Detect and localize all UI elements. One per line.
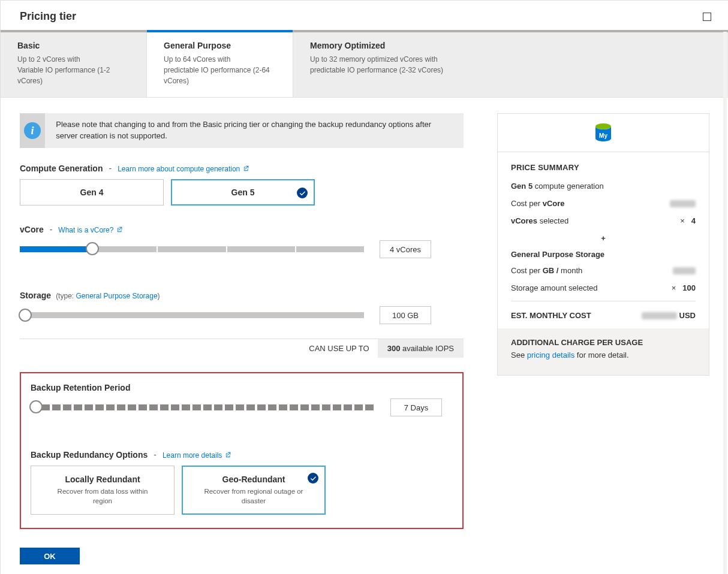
summary-gen: Gen 5 compute generation [511, 182, 604, 191]
backup-redundancy-learn-link[interactable]: Learn more details [163, 451, 231, 460]
scrollbar[interactable] [723, 32, 727, 574]
summary-plus: + [511, 234, 696, 243]
storage-value: 100 GB [380, 306, 431, 324]
pricing-details-link[interactable]: pricing details [527, 351, 575, 359]
tab-memory-optimized[interactable]: Memory Optimized Up to 32 memory optimiz… [293, 32, 728, 97]
iops-label: CAN USE UP TO [309, 344, 369, 353]
backup-retention-slider[interactable] [31, 403, 375, 412]
ok-button[interactable]: OK [20, 548, 80, 564]
geo-redundant-option[interactable]: Geo-Redundant Recover from regional outa… [182, 466, 326, 515]
redacted-price: xxxx [673, 267, 696, 274]
slider-thumb[interactable] [19, 309, 32, 322]
tab-desc: predictable IO performance (2-32 vCores) [310, 65, 711, 75]
summary-storage-title: General Purpose Storage [511, 250, 696, 259]
storage-type: (type: General Purpose Storage) [56, 292, 160, 300]
gen5-option[interactable]: Gen 5 [171, 179, 315, 206]
vcore-slider[interactable] [20, 244, 364, 254]
slider-thumb[interactable] [29, 400, 43, 413]
gen4-option[interactable]: Gen 4 [20, 179, 164, 206]
backup-highlight-box: Backup Retention Period 7 Days Backup Re… [20, 372, 464, 529]
price-summary-card: My PRICE SUMMARY Gen 5 compute generatio… [497, 113, 709, 376]
external-link-icon [243, 165, 249, 171]
check-icon [308, 473, 318, 484]
compute-gen-label: Compute Generation [20, 164, 103, 173]
storage-label: Storage [20, 291, 51, 300]
summary-vcores-selected: vCores selected [511, 216, 568, 225]
tab-desc: Up to 2 vCores with [17, 54, 130, 65]
maximize-icon[interactable] [703, 13, 711, 21]
check-icon [297, 188, 308, 198]
locally-redundant-option[interactable]: Locally Redundant Recover from data loss… [31, 466, 175, 515]
tab-desc: Up to 64 vCores with [164, 54, 276, 65]
compute-gen-learn-link[interactable]: Learn more about compute generation [118, 165, 249, 173]
external-link-icon [225, 452, 231, 458]
svg-text:My: My [599, 132, 607, 139]
summary-est-label: EST. MONTHLY COST [511, 311, 591, 320]
tab-desc: Up to 32 memory optimized vCores with [310, 54, 711, 65]
page-title: Pricing tier [20, 10, 76, 23]
redacted-price: xxxxxxx [642, 312, 677, 319]
vcore-value: 4 vCores [380, 240, 431, 258]
tab-title: General Purpose [164, 41, 276, 50]
slider-thumb[interactable] [86, 242, 99, 255]
vcore-learn-link[interactable]: What is a vCore? [58, 226, 122, 234]
summary-cost-gb-label: Cost per GB / month [511, 266, 582, 275]
tabs: Basic Up to 2 vCores with Variable IO pe… [1, 32, 728, 98]
vcore-label: vCore [20, 225, 44, 234]
tab-general-purpose[interactable]: General Purpose Up to 64 vCores with pre… [147, 32, 293, 97]
storage-type-link[interactable]: General Purpose Storage [76, 292, 157, 300]
redacted-price: xxxxx [670, 200, 696, 207]
external-link-icon [117, 226, 123, 232]
info-text: Please note that changing to and from th… [45, 113, 464, 148]
mysql-logo: My [498, 114, 709, 152]
summary-cost-vcore-label: Cost per vCore [511, 199, 565, 208]
backup-retention-label: Backup Retention Period [31, 383, 130, 392]
tab-desc: Variable IO performance (1-2 vCores) [17, 65, 130, 86]
tab-desc: predictable IO performance (2-64 vCores) [164, 65, 276, 86]
tab-title: Basic [17, 41, 130, 50]
storage-slider[interactable] [20, 312, 364, 318]
iops-value: 300 available IOPS [378, 339, 464, 358]
info-icon-wrap: i [20, 113, 45, 148]
tab-title: Memory Optimized [310, 41, 711, 50]
backup-redundancy-label: Backup Redundancy Options [31, 450, 148, 460]
backup-retention-value: 7 Days [390, 398, 442, 416]
svg-point-0 [595, 123, 611, 129]
summary-footer-text: See pricing details for more detail. [511, 351, 696, 359]
summary-footer-title: ADDITIONAL CHARGE PER USAGE [511, 338, 696, 347]
info-banner: i Please note that changing to and from … [20, 113, 464, 148]
summary-storage-selected: Storage amount selected [511, 283, 598, 292]
tab-basic[interactable]: Basic Up to 2 vCores with Variable IO pe… [1, 32, 147, 97]
info-icon: i [24, 122, 41, 139]
summary-title: PRICE SUMMARY [511, 163, 696, 172]
